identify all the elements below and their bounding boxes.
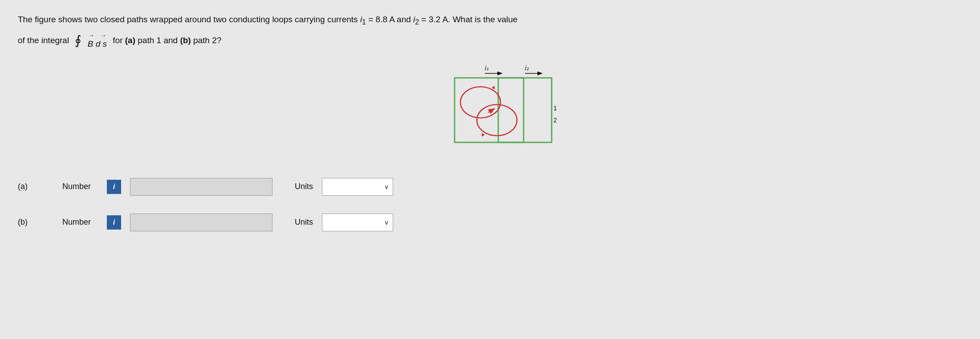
part-a-info-button[interactable]: i — [107, 180, 121, 194]
part-b-units-label: Units — [295, 218, 313, 227]
part-b-number-input[interactable] — [130, 214, 272, 231]
input-rows: (a) Number i Units T·m Wb (b) Number i U… — [18, 178, 962, 231]
loop-lower-right — [477, 105, 517, 136]
integral-symbol: ∮ — [75, 34, 81, 47]
cross-arrow-1 — [488, 109, 494, 113]
row-a: (a) Number i Units T·m Wb — [18, 178, 962, 196]
row-b: (b) Number i Units T·m Wb — [18, 214, 962, 231]
part-a-units-label: Units — [295, 182, 313, 191]
label-2: 2 — [553, 117, 557, 124]
part-a-sublabel: Number — [62, 182, 98, 191]
i2-label: i₂ — [525, 65, 529, 72]
part-b-units-wrapper: T·m Wb — [322, 214, 393, 231]
integral-expression: → → B d s — [88, 32, 107, 49]
part-b-info-button[interactable]: i — [107, 215, 121, 230]
i1-label: i₁ — [485, 65, 489, 72]
diagram-svg: i₁ i₂ 1 2 — [419, 62, 561, 156]
part-a-number-input[interactable] — [130, 178, 272, 196]
question-line1: The figure shows two closed paths wrappe… — [18, 13, 962, 28]
part-b-label: (b) — [18, 218, 53, 227]
part-b-sublabel: Number — [62, 218, 98, 227]
part-a-units-wrapper: T·m Wb — [322, 178, 393, 196]
right-box — [498, 78, 552, 142]
diagram-container: i₁ i₂ 1 2 — [18, 62, 962, 156]
for-paths-text: for (a) path 1 and (b) path 2? — [113, 36, 221, 45]
loop-arrow-upper — [492, 86, 495, 89]
of-the-integral-text: of the integral — [18, 36, 69, 45]
integral-line: of the integral ∮ → → B d s for (a) path… — [18, 32, 962, 49]
loop-upper-left — [460, 87, 500, 118]
left-box — [455, 78, 524, 142]
part-b-units-select[interactable]: T·m Wb — [322, 214, 393, 231]
label-1: 1 — [553, 105, 557, 112]
part-a-units-select[interactable]: T·m Wb — [322, 178, 393, 196]
loop-arrow-lower — [482, 133, 485, 137]
part-a-label: (a) — [18, 182, 53, 191]
